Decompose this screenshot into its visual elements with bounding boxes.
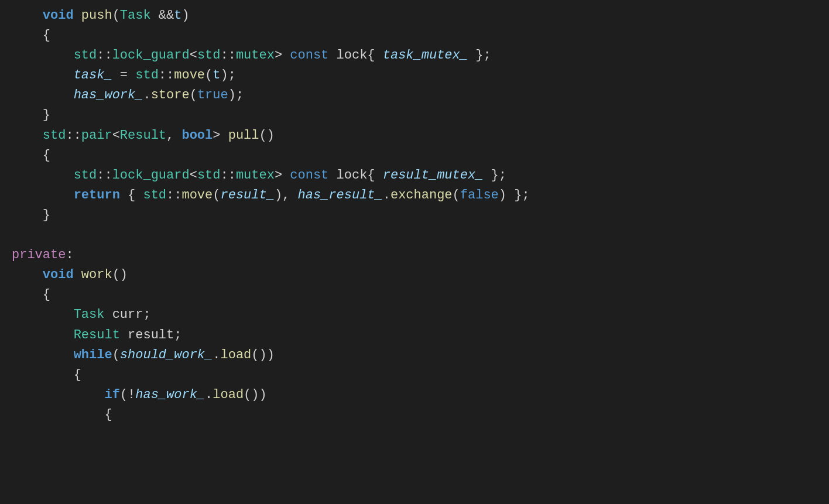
code-line-9: std::lock_guard<std::mutex> const lock{ … — [12, 166, 829, 186]
code-line-2: { — [12, 26, 829, 46]
code-line-8: { — [12, 146, 829, 166]
code-line-5: has_work_.store(true); — [12, 85, 829, 105]
code-line-21: { — [12, 405, 829, 425]
code-line-20: if(!has_work_.load()) — [12, 385, 829, 405]
code-line-13: private: — [12, 245, 829, 265]
code-editor: void push(Task &&t) { std::lock_guard<st… — [0, 0, 829, 504]
code-line-15: { — [12, 285, 829, 305]
code-line-1: void push(Task &&t) — [12, 6, 829, 26]
code-line-17: Result result; — [12, 325, 829, 345]
code-line-3: std::lock_guard<std::mutex> const lock{ … — [12, 46, 829, 66]
code-line-6: } — [12, 105, 829, 125]
code-line-11: } — [12, 205, 829, 225]
code-line-14: void work() — [12, 265, 829, 285]
code-line-18: while(should_work_.load()) — [12, 345, 829, 365]
code-line-10: return { std::move(result_), has_result_… — [12, 186, 829, 205]
code-line-19: { — [12, 365, 829, 385]
code-line-7: std::pair<Result, bool> pull() — [12, 126, 829, 146]
code-line-16: Task curr; — [12, 305, 829, 325]
code-line-12 — [12, 225, 829, 245]
code-line-4: task_ = std::move(t); — [12, 66, 829, 85]
